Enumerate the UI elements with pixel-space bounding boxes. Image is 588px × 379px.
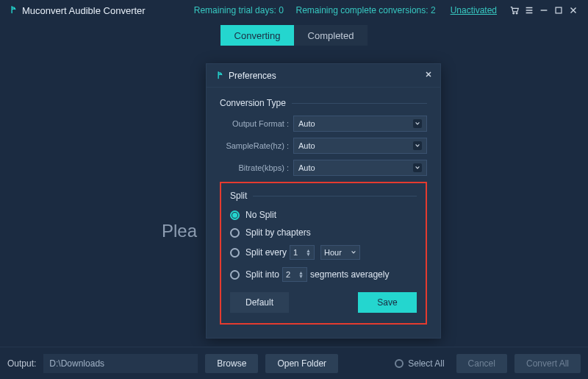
footer-bar: Output: D:\Downloads Browse Open Folder … [0,347,588,379]
split-into-stepper[interactable]: 2 ▲▼ [282,267,307,282]
stepper-arrows-icon: ▲▼ [298,271,304,278]
radio-split-chapters-label: Split by chapters [245,227,311,238]
dialog-header: Preferences [207,64,440,88]
conversions-label: Remaining complete conversions: [296,5,429,15]
dialog-title: Preferences [229,71,424,81]
unactivated-link[interactable]: Unactivated [451,5,497,15]
trial-days-value: 0 [279,5,284,15]
app-logo-icon [7,5,18,15]
select-all-label: Select All [408,358,444,369]
trial-days-label: Remaining trial days: [194,5,276,15]
menu-icon[interactable] [522,3,537,18]
main-tabs: Converting Completed [0,25,588,46]
dialog-close-icon[interactable] [424,70,433,81]
output-format-value: Auto [298,119,315,128]
split-every-stepper[interactable]: 1 ▲▼ [290,245,315,260]
radio-split-every[interactable] [230,248,240,258]
chevron-down-icon [351,249,356,255]
svg-rect-2 [556,7,562,13]
split-into-value: 2 [286,270,290,279]
chevron-down-icon [413,119,422,128]
cart-icon[interactable] [507,3,522,18]
cancel-button[interactable]: Cancel [456,354,507,373]
convert-all-button[interactable]: Convert All [514,354,581,373]
tab-converting[interactable]: Converting [220,25,294,46]
dialog-logo-icon [214,71,224,81]
empty-state-text: Plea [162,221,197,241]
preferences-dialog: Preferences Conversion Type Output Forma… [206,63,441,339]
section-split: Split [230,191,417,201]
output-path-field[interactable]: D:\Downloads [43,354,198,373]
default-button[interactable]: Default [230,292,289,313]
bitrate-label: Bitrate(kbps) : [220,163,293,172]
title-bar: Muconvert Audible Converter Remaining tr… [0,0,588,21]
radio-split-every-label: Split every [245,247,287,258]
svg-point-0 [513,13,514,14]
radio-split-into-prefix: Split into [245,269,279,280]
tab-completed[interactable]: Completed [294,25,368,46]
maximize-icon[interactable] [551,3,566,18]
samplerate-value: Auto [298,141,315,150]
radio-split-into[interactable] [230,270,240,280]
bitrate-value: Auto [298,163,315,172]
split-section-highlight: Split No Split Split by chapters Split e… [220,182,427,325]
output-format-select[interactable]: Auto [293,116,427,132]
radio-split-into-suffix: segments averagely [310,269,389,280]
browse-button[interactable]: Browse [205,354,258,373]
bitrate-select[interactable]: Auto [293,160,427,176]
radio-unchecked-icon [395,359,404,368]
chevron-down-icon [413,141,422,150]
radio-no-split[interactable] [230,210,240,220]
output-path-value: D:\Downloads [49,358,104,369]
split-every-unit-select[interactable]: Hour [320,245,360,260]
samplerate-label: SampleRate(hz) : [220,141,293,150]
select-all-toggle[interactable]: Select All [395,358,444,369]
stepper-arrows-icon: ▲▼ [306,249,311,256]
app-title: Muconvert Audible Converter [22,5,146,16]
output-label: Output: [7,358,36,369]
radio-split-chapters[interactable] [230,228,240,238]
open-folder-button[interactable]: Open Folder [265,354,338,373]
trial-info: Remaining trial days: 0 Remaining comple… [194,5,436,15]
minimize-icon[interactable] [537,3,551,18]
close-icon[interactable] [566,3,581,18]
section-conversion-type: Conversion Type [220,98,427,108]
split-every-unit-value: Hour [324,248,342,257]
split-every-value: 1 [293,248,298,257]
svg-point-1 [516,13,517,14]
radio-no-split-label: No Split [245,210,276,220]
chevron-down-icon [413,163,422,172]
output-format-label: Output Format : [220,119,293,128]
conversions-value: 2 [431,5,436,15]
samplerate-select[interactable]: Auto [293,138,427,154]
save-button[interactable]: Save [358,292,417,313]
